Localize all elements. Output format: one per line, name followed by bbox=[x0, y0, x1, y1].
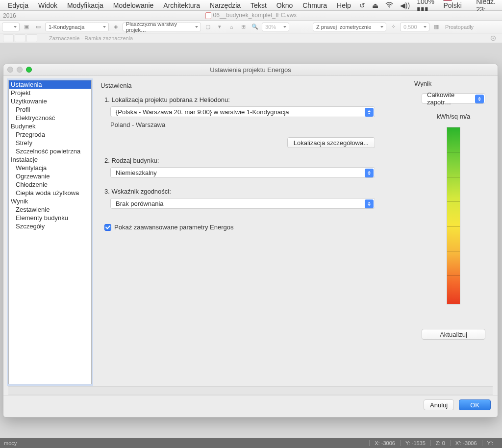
result-panel: Wynik Całkowite zapotr… kWh/sq m/a Aktua… bbox=[414, 80, 493, 384]
compliance-select[interactable]: Brak porównania bbox=[110, 198, 375, 209]
unit-label: kWh/sq m/a bbox=[437, 113, 471, 120]
navigator-icon[interactable]: ⊞ bbox=[238, 23, 248, 31]
menu-widok[interactable]: Widok bbox=[33, 1, 62, 9]
tree-item[interactable]: Szczegóły bbox=[9, 222, 91, 230]
mode-icon-1[interactable] bbox=[3, 34, 14, 42]
volume-icon[interactable]: ◀)) bbox=[397, 1, 413, 9]
mode-row: Zaznaczenie - Ramka zaznaczenia bbox=[0, 33, 502, 43]
metric-select[interactable]: Całkowite zapotr… bbox=[422, 93, 485, 104]
layer-combo[interactable]: 1-Kondygnacja bbox=[45, 23, 109, 31]
svg-point-0 bbox=[389, 6, 390, 7]
advanced-checkbox-label: Pokaż zaawansowane parametry Energos bbox=[114, 224, 234, 231]
window-close-button[interactable] bbox=[7, 67, 13, 73]
checkbox-checked-icon[interactable] bbox=[104, 224, 111, 231]
menu-okno[interactable]: Okno bbox=[272, 1, 298, 9]
tree-item[interactable]: Budynek bbox=[9, 122, 91, 130]
compliance-label: 3. Wskaźnik zgodności: bbox=[104, 188, 405, 195]
status-coord-xp: X': -3006 bbox=[450, 440, 482, 446]
window-maximize-button[interactable] bbox=[26, 67, 32, 73]
unknown-combo-1[interactable] bbox=[2, 23, 20, 31]
tree-item[interactable]: Zestawienie bbox=[9, 205, 91, 214]
time-machine-icon[interactable]: ↺ bbox=[356, 1, 369, 9]
energy-gradient-bar bbox=[447, 127, 460, 304]
stepper-icon bbox=[365, 199, 374, 208]
tree-item[interactable]: Projekt bbox=[9, 89, 91, 97]
tree-item[interactable]: Chłodzenie bbox=[9, 180, 91, 189]
tree-item[interactable]: Elementy budynku bbox=[9, 214, 91, 222]
tree-item[interactable]: Użytkowanie bbox=[9, 97, 91, 105]
gear-icon[interactable] bbox=[489, 34, 498, 42]
advanced-checkbox-row[interactable]: Pokaż zaawansowane parametry Energos bbox=[104, 224, 405, 231]
fit-icon[interactable]: ⌂ bbox=[226, 23, 236, 31]
mode-icon-3[interactable] bbox=[26, 34, 37, 42]
document-icon bbox=[205, 12, 211, 19]
menu-narzedzia[interactable]: Narzędzia bbox=[205, 1, 246, 9]
class-icon[interactable]: ▣ bbox=[22, 23, 31, 31]
plane-combo[interactable]: Płaszczyzna warstwy projek… bbox=[123, 23, 201, 31]
settings-tree[interactable]: UstawieniaProjektUżytkowanieProfilElektr… bbox=[8, 80, 92, 384]
stepper-icon bbox=[365, 108, 374, 117]
menu-tekst[interactable]: Tekst bbox=[246, 1, 272, 9]
scale-icon[interactable]: ✧ bbox=[388, 23, 398, 31]
menu-edycja[interactable]: Edycja bbox=[3, 1, 33, 9]
status-coord-z: Z: 0 bbox=[430, 440, 450, 446]
page-icon[interactable]: ▢ bbox=[203, 23, 213, 31]
progress-strip bbox=[8, 386, 493, 395]
building-type-label: 2. Rodzaj budynku: bbox=[104, 157, 405, 164]
location-label: 1. Lokalizacja projektu pobrana z Heliod… bbox=[104, 96, 405, 103]
building-type-select[interactable]: Niemieszkalny bbox=[110, 167, 375, 178]
menu-modelowanie[interactable]: Modelowanie bbox=[108, 1, 159, 9]
tree-item[interactable]: Instalacje bbox=[9, 155, 91, 164]
stepper-icon bbox=[475, 95, 484, 103]
eject-icon[interactable]: ⏏ bbox=[369, 1, 382, 9]
menu-help[interactable]: Help bbox=[332, 1, 356, 9]
tree-item[interactable]: Wynik bbox=[9, 197, 91, 205]
tree-item[interactable]: Przegroda bbox=[9, 130, 91, 139]
mode-text: Zaznaczenie - Ramka zaznaczenia bbox=[49, 35, 133, 41]
cancel-button[interactable]: Anuluj bbox=[424, 399, 454, 410]
location-country: Poland - Warszawa bbox=[110, 121, 405, 128]
dialog-title: Ustawienia projektu Energos bbox=[210, 66, 291, 74]
chevron-down-icon[interactable]: ▾ bbox=[215, 23, 225, 31]
tree-item[interactable]: Ogrzewanie bbox=[9, 172, 91, 180]
document-title-strip: 2016 06__budynek_komplet_IFC.vwx bbox=[0, 11, 502, 21]
status-coord-yp: Y': bbox=[482, 440, 499, 446]
status-coord-y: Y: -1535 bbox=[400, 440, 430, 446]
menu-modyfikacja[interactable]: Modyfikacja bbox=[62, 1, 108, 9]
update-button[interactable]: Aktualizuj bbox=[422, 329, 485, 340]
toolbar: ▣ ▭ 1-Kondygnacja ◈ Płaszczyzna warstwy … bbox=[0, 21, 502, 33]
projection-label: Prostopadły bbox=[445, 24, 477, 30]
tree-item[interactable]: Ustawienia bbox=[9, 80, 91, 89]
scale-field[interactable]: 0,500 bbox=[400, 23, 429, 31]
window-minimize-button[interactable] bbox=[17, 67, 23, 73]
status-left-text: mocy bbox=[4, 440, 17, 446]
detailed-location-button[interactable]: Lokalizacja szczegółowa... bbox=[287, 137, 375, 148]
menubar: Edycja Widok Modyfikacja Modelowanie Arc… bbox=[0, 0, 502, 11]
zoom-combo[interactable]: 30% bbox=[262, 23, 289, 31]
tree-item[interactable]: Szczelność powietrzna bbox=[9, 147, 91, 155]
wifi-icon[interactable] bbox=[382, 1, 397, 9]
tree-item[interactable]: Ciepła woda użytkowa bbox=[9, 189, 91, 197]
menu-chmura[interactable]: Chmura bbox=[298, 1, 332, 9]
menu-architektura[interactable]: Architektura bbox=[158, 1, 205, 9]
tree-item[interactable]: Profil bbox=[9, 105, 91, 114]
dialog-titlebar: Ustawienia projektu Energos bbox=[3, 64, 498, 76]
location-select[interactable]: {Polska - Warszawa 20. mar 9:00} w warst… bbox=[110, 106, 375, 117]
layer-icon[interactable]: ▭ bbox=[33, 23, 43, 31]
tree-item[interactable]: Wentylacja bbox=[9, 164, 91, 172]
mode-icon-2[interactable] bbox=[15, 34, 25, 42]
zoom-icon[interactable]: 🔍 bbox=[250, 23, 260, 31]
tree-item[interactable]: Elektryczność bbox=[9, 114, 91, 122]
status-coord-x: X: -3006 bbox=[369, 440, 400, 446]
dialog-footer: Anuluj OK bbox=[3, 395, 498, 417]
document-filename: 06__budynek_komplet_IFC.vwx bbox=[213, 12, 297, 19]
energos-dialog: Ustawienia projektu Energos UstawieniaPr… bbox=[3, 64, 498, 418]
tree-item[interactable]: Strefy bbox=[9, 139, 91, 147]
nav-icon[interactable]: ◈ bbox=[111, 23, 121, 31]
view-combo[interactable]: Z prawej izometrycznie bbox=[313, 23, 386, 31]
ok-button[interactable]: OK bbox=[459, 399, 491, 410]
stepper-icon bbox=[365, 169, 374, 177]
center-section-title: Ustawienia bbox=[100, 82, 405, 89]
render-icon[interactable]: ▦ bbox=[431, 23, 441, 31]
center-panel: Ustawienia 1. Lokalizacja projektu pobra… bbox=[100, 80, 405, 384]
